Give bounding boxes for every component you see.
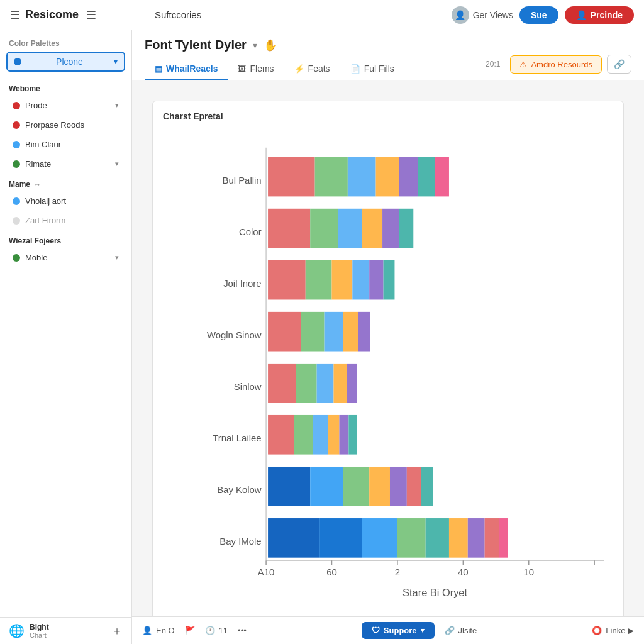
content-title-chevron-icon[interactable]: ▾ [253, 40, 257, 50]
content-title: Font Tylent Dyler [145, 38, 247, 52]
topnav-right: 👤 Ger Views Sue 👤 Prcinde [452, 6, 634, 24]
svg-rect-52 [268, 518, 319, 558]
tab-flems[interactable]: 🖼 Flems [228, 58, 284, 80]
svg-text:2: 2 [395, 567, 400, 577]
svg-rect-35 [296, 364, 317, 403]
vholaij-aort-label: Vholaij aort [25, 196, 66, 206]
sidebar-item-moble[interactable]: Moble ▾ [4, 248, 128, 267]
rlmate-color-dot [13, 160, 20, 168]
wiezal-fojeers-section-title: Wiezal Fojeers [0, 230, 131, 248]
svg-rect-43 [339, 415, 348, 455]
support-chevron-icon: ▾ [421, 626, 425, 635]
tab-ful-fills[interactable]: 📄 Ful Fills [340, 58, 404, 80]
svg-rect-16 [435, 157, 449, 197]
link-icon-button[interactable]: 🔗 [607, 55, 631, 74]
svg-text:Stare Bi Oryet: Stare Bi Oryet [402, 587, 467, 598]
svg-rect-14 [399, 157, 418, 197]
svg-text:Bul Pallin: Bul Pallin [222, 175, 261, 186]
tab-feats-icon: ⚡ [294, 64, 304, 74]
user-profile-button[interactable]: 👤 Ger Views [452, 6, 513, 24]
svg-rect-46 [310, 467, 343, 506]
bight-text-group: Bight Chart [30, 623, 49, 639]
hand-pointer-icon[interactable]: ✋ [264, 38, 277, 52]
sidebar-item-bim-claur[interactable]: Bim Claur [4, 135, 128, 153]
svg-rect-18 [310, 209, 338, 248]
topnav-menu-icon2[interactable]: ☰ [86, 8, 96, 22]
linke-button[interactable]: ⭕ Linke ▶ [592, 626, 634, 635]
svg-text:60: 60 [326, 567, 337, 577]
sidebar-bottom-left: 🌐 Bight Chart [9, 623, 49, 639]
tab-ful-fills-icon: 📄 [350, 64, 360, 74]
vholaij-color-dot [13, 197, 20, 205]
sidebar-item-vholaij-aort[interactable]: Vholaij aort [4, 192, 128, 210]
status-en-item[interactable]: 👤 En O [142, 626, 175, 635]
mame-header: Mame ↔ [0, 174, 131, 191]
zart-color-dot [13, 217, 20, 225]
svg-rect-54 [362, 518, 397, 558]
status-count-item[interactable]: 🕐 11 [205, 626, 228, 635]
chevron-down-icon: ▾ [114, 57, 118, 66]
warning-button[interactable]: ⚠ Amdro Resourds [510, 55, 602, 74]
svg-rect-13 [376, 157, 399, 197]
svg-text:Bay IMole: Bay IMole [219, 536, 261, 547]
user-avatar-icon: 👤 [452, 6, 469, 24]
zart-firorm-label: Zart Firorm [25, 216, 65, 225]
svg-rect-55 [397, 518, 426, 558]
svg-rect-47 [343, 467, 369, 506]
svg-text:Sinlow: Sinlow [234, 382, 262, 392]
hamburger-icon[interactable]: ☰ [10, 8, 20, 22]
bim-claur-label: Bim Claur [25, 140, 61, 149]
status-notifications-item[interactable]: 🚩 [185, 626, 195, 635]
svg-rect-11 [315, 157, 348, 197]
sidebar-item-rlmate[interactable]: Rlmate ▾ [4, 155, 128, 173]
status-dots-item[interactable]: ••• [238, 626, 247, 635]
svg-rect-34 [268, 364, 296, 403]
tab-whailreacls-icon: ▤ [155, 64, 162, 74]
palette-selector[interactable]: Plcone ▾ [6, 52, 125, 72]
svg-text:10: 10 [523, 567, 534, 577]
svg-rect-45 [268, 467, 310, 506]
main-area: Color Palettes Plcone ▾ Webome Prode ▾ P… [0, 30, 644, 644]
prode-label: Prode [25, 101, 47, 110]
circle-icon: ⭕ [592, 626, 602, 635]
svg-rect-21 [382, 209, 399, 248]
sidebar-item-prode[interactable]: Prode ▾ [4, 96, 128, 114]
svg-rect-12 [348, 157, 376, 197]
svg-rect-53 [319, 518, 362, 558]
sue-button[interactable]: Sue [519, 6, 558, 24]
sidebar-bottom: 🌐 Bight Chart ＋ [0, 617, 131, 644]
mame-expand-icon[interactable]: ↔ [34, 180, 41, 188]
sidebar-item-zart-firorm[interactable]: Zart Firorm [4, 211, 128, 230]
svg-rect-33 [358, 312, 370, 352]
prorpase-color-dot [13, 121, 20, 129]
svg-text:Bay Kolow: Bay Kolow [217, 485, 262, 495]
jlsite-item[interactable]: 🔗 Jlsite [445, 626, 477, 635]
warning-icon: ⚠ [519, 60, 527, 69]
svg-text:Trnal Lailee: Trnal Lailee [213, 433, 261, 443]
svg-rect-38 [347, 364, 357, 403]
svg-rect-39 [268, 415, 294, 455]
tab-feats[interactable]: ⚡ Feats [284, 58, 340, 80]
svg-rect-36 [317, 364, 334, 403]
prinde-button[interactable]: 👤 Prcinde [565, 6, 634, 24]
tab-whailreacls[interactable]: ▤ WhailReacls [145, 58, 228, 80]
flag-icon: 🚩 [185, 626, 195, 635]
tabs-row: ▤ WhailReacls 🖼 Flems ⚡ Feats 📄 Ful Fill… [145, 58, 486, 80]
svg-rect-50 [407, 467, 421, 506]
sidebar-item-prorpase-roods[interactable]: Prorpase Roods [4, 116, 128, 134]
topnav-left: ☰ Resicome ☰ [10, 8, 142, 22]
svg-rect-41 [313, 415, 328, 455]
content-header-right: 20:1 ⚠ Amdro Resourds 🔗 [486, 55, 631, 74]
version-label: 20:1 [486, 60, 500, 69]
svg-rect-31 [325, 312, 343, 352]
dots-icon: ••• [238, 626, 247, 635]
support-button[interactable]: 🛡 Suppore ▾ [362, 622, 435, 639]
person-icon: 👤 [142, 626, 152, 635]
svg-rect-23 [268, 260, 306, 300]
bight-chart-icon: 🌐 [9, 623, 25, 638]
sidebar-add-button[interactable]: ＋ [111, 623, 123, 638]
content-area: Font Tylent Dyler ▾ ✋ ▤ WhailReacls 🖼 Fl… [132, 30, 644, 644]
svg-rect-28 [384, 260, 395, 300]
svg-rect-26 [352, 260, 369, 300]
svg-rect-44 [348, 415, 357, 455]
